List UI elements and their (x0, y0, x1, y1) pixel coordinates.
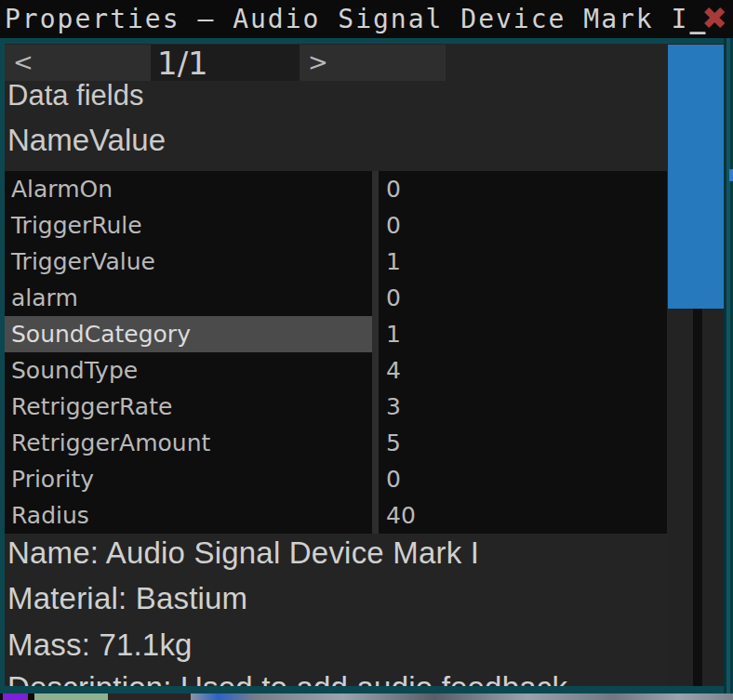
field-name[interactable]: Radius (5, 497, 372, 534)
field-name[interactable]: RetriggerAmount (5, 425, 372, 461)
name-column-header: Name (7, 123, 89, 157)
field-value[interactable]: 1 (379, 316, 667, 352)
item-mass-text: Mass: 71.1kg (7, 627, 193, 663)
table-row[interactable]: Radius 40 (5, 497, 667, 534)
table-row-selected[interactable]: SoundCategory 1 (5, 316, 667, 352)
field-value[interactable]: 4 (379, 352, 667, 389)
scene-ship-fragment (191, 693, 733, 700)
item-material-text: Material: Bastium (7, 581, 247, 616)
background-bleed (729, 169, 733, 181)
close-icon[interactable]: ✖ (698, 0, 731, 37)
window-title: Properties – Audio Signal Device Mark I (5, 4, 688, 34)
scrollbar-thumb[interactable] (668, 45, 724, 309)
field-name[interactable]: SoundCategory (5, 316, 372, 352)
table-row[interactable]: AlarmOn 0 (5, 171, 667, 207)
field-name[interactable]: RetriggerRate (5, 389, 372, 425)
field-value[interactable]: 0 (379, 461, 667, 497)
prev-page-button[interactable]: < (5, 45, 151, 81)
value-column-header: Value (89, 123, 166, 157)
window-border-right (724, 38, 733, 693)
field-value[interactable]: 0 (379, 207, 667, 244)
next-page-button[interactable]: > (300, 45, 446, 81)
field-value[interactable]: 3 (379, 389, 667, 425)
table-row[interactable]: TriggerRule 0 (5, 207, 667, 244)
field-name[interactable]: SoundType (5, 352, 372, 389)
item-description-text: Description: Used to add audio feedback (7, 670, 567, 693)
field-value[interactable]: 5 (379, 425, 667, 461)
scene-purple-block (3, 693, 28, 700)
table-row[interactable]: TriggerValue 1 (5, 244, 667, 280)
table-row[interactable]: alarm 0 (5, 280, 667, 316)
field-value[interactable]: 0 (379, 280, 667, 316)
page-indicator: 1/1 (151, 45, 300, 81)
background-scene (0, 693, 733, 700)
scrollbar[interactable] (668, 45, 724, 686)
chevron-left-icon: < (13, 48, 33, 76)
field-value[interactable]: 1 (379, 244, 667, 280)
scene-dark-block (108, 693, 191, 700)
scene-green-block (34, 693, 108, 700)
table-row[interactable]: RetriggerRate 3 (5, 389, 667, 425)
field-name[interactable]: TriggerValue (5, 244, 372, 280)
table-column-headers: NameValue (7, 123, 166, 158)
field-value[interactable]: 0 (379, 171, 667, 207)
field-name[interactable]: AlarmOn (5, 171, 372, 207)
data-fields-heading: Data fields (7, 79, 143, 112)
data-fields-table: AlarmOn 0 TriggerRule 0 TriggerValue 1 a… (5, 171, 667, 534)
scrollbar-track-groove (693, 309, 702, 686)
field-name[interactable]: Priority (5, 461, 372, 497)
field-name[interactable]: TriggerRule (5, 207, 372, 244)
field-value[interactable]: 40 (379, 497, 667, 534)
table-row[interactable]: SoundType 4 (5, 352, 667, 389)
window-titlebar[interactable]: Properties – Audio Signal Device Mark I_ (0, 0, 733, 38)
table-row[interactable]: RetriggerAmount 5 (5, 425, 667, 461)
chevron-right-icon: > (308, 48, 328, 76)
field-name[interactable]: alarm (5, 280, 372, 316)
properties-window: < 1/1 > Data fields NameValue AlarmOn 0 … (0, 38, 733, 693)
table-row[interactable]: Priority 0 (5, 461, 667, 497)
item-name-text: Name: Audio Signal Device Mark I (7, 535, 479, 571)
